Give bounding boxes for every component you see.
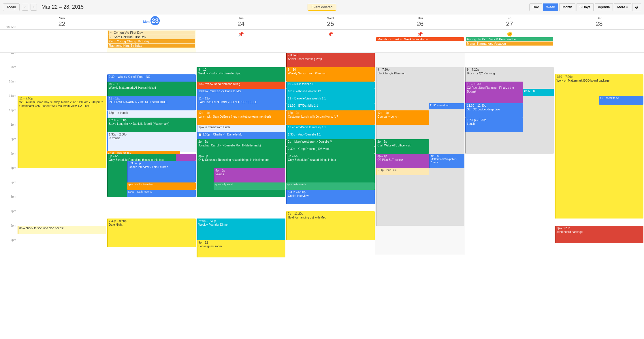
event-eric-levi[interactable]: ← 4p – Eric Levi (376, 168, 429, 175)
event-sam-danielle-11[interactable]: 1p – Sam/Danielle weekly 1:1 (286, 125, 375, 132)
event-8p-check-sun[interactable]: 8p – check to see who else needs! (18, 226, 106, 234)
view-agenda[interactable]: Agenda (595, 3, 613, 11)
nav-controls: Today ‹ › Mar 22 – 28, 2015 (3, 3, 84, 11)
col-fri: 9 – 7:20pBlock for Q2 Planning 10 – 11:3… (465, 53, 555, 255)
time-grid-scroll[interactable]: 8am 9am 10am 11am 12pm 1pm 2pm 3pm 4pm 5… (0, 53, 644, 339)
day-header-tue: Tue 24 (196, 14, 286, 29)
allday-event-raymond[interactable]: Raymond Kim: Birthday (108, 44, 195, 48)
event-senior-team-planning[interactable]: 9 – 10Weekly Senior Team Planning (286, 67, 375, 82)
event-daily-metrics-tue[interactable]: 5p – Daily Metri (214, 182, 285, 190)
allday-event-cymen[interactable]: ← Cymen Vig First Day (108, 31, 195, 35)
time-grid: 8am 9am 10am 11am 12pm 1pm 2pm 3pm 4pm 5… (0, 53, 644, 255)
allday-tue: 📌 (196, 30, 286, 52)
event-greg-dracon[interactable]: 2:30p – Greg Dracon (.406 Ventu (286, 146, 375, 154)
event-hang-meg[interactable]: 7p – 11:20pHold for hanging out with Meg (286, 211, 375, 240)
event-danielle-lisa[interactable]: 11 – Danielle/Lisa Weekly 1:1 (286, 96, 375, 103)
event-date-night[interactable]: 7:30p – 9:30pDate Night (107, 219, 196, 247)
allday-wed: 📌 (286, 30, 376, 52)
view-day[interactable]: Day (529, 3, 542, 11)
day-header-mon: Mon 23 (107, 14, 197, 29)
event-bt-danielle[interactable]: 11:30 – BT/Danielle 1:1 (286, 103, 375, 110)
event-hold-interview[interactable]: 5p – hold for interview (127, 182, 196, 190)
view-week[interactable]: Week (543, 3, 558, 11)
view-more[interactable]: More ▾ (614, 3, 631, 11)
event-company-lunch[interactable]: 12p – 1pCompany Lunch (376, 110, 429, 125)
event-1030-re[interactable]: 10:30 – re (523, 89, 554, 96)
event-values[interactable]: 4p – 5pValues (214, 168, 285, 182)
col-wed: 7:30 – 9Senior Team Meeting Prep 9 – 10W… (286, 53, 376, 255)
allday-sun (17, 30, 107, 52)
event-marc-weisberg[interactable]: 2p – Marc Weisberg <> Danielle M (286, 139, 375, 146)
allday-fri: 🌞 Hyung Jin Kim: Sick & Personal Le Mana… (465, 30, 555, 52)
event-cushwake[interactable]: 2p – 3pCushWake ATL office visit (376, 139, 429, 154)
allday-sat (554, 30, 644, 52)
col-mon: 9:30 – Weekly Kickoff Prep - NO 10 – 11W… (107, 53, 197, 255)
prev-button[interactable]: ‹ (22, 4, 28, 11)
event-send-ret[interactable]: 11:30 – send ret (429, 103, 464, 109)
event-paul-lee[interactable]: 10:30 – Paul Lee <> Danielle Mor (197, 89, 285, 96)
allday-event-keun[interactable]: Keun Young Chang: Birthday (108, 39, 195, 43)
top-bar: Today ‹ › Mar 22 – 28, 2015 Event delete… (0, 0, 644, 14)
event-transit-lunch-tue[interactable]: 1p – in transit from lunch (197, 125, 285, 132)
event-customer-lunch[interactable]: 12p – 1pCustomer Lunch with Jordan Kong,… (286, 110, 375, 125)
event-daily-metrics-wed[interactable]: 5p – Daily Metric (286, 182, 375, 190)
view-switcher: Day Week Month 5 Days Agenda More ▾ ⚙ (529, 3, 641, 11)
allday-row: ← Cymen Vig First Day ← Sam DeBrule Firs… (0, 30, 644, 53)
event-lunch-sam[interactable]: 12p – 1pLunch with Sam DeBrule (new mark… (197, 110, 285, 125)
timezone-label: GMT-08 (0, 14, 17, 29)
event-check-to-se[interactable]: 11 – check to se (599, 96, 643, 105)
notification-area: Event deleted (308, 5, 336, 9)
day-header-row: GMT-08 Sun 22 Mon 23 Tue 24 Wed 25 Thu 2… (0, 14, 644, 30)
allday-event-hyung[interactable]: Hyung Jin Kim: Sick & Personal Le (466, 37, 553, 41)
allday-event-manali-vac[interactable]: Manali Karmarkar: Vacation (466, 42, 553, 46)
allday-event-manali-wfh[interactable]: Manali Karmarkar: Work from Home (376, 37, 464, 41)
event-q2-recruiting[interactable]: 10 – 11:30Q2 Recruiting Planning - Final… (465, 82, 523, 103)
day-header-fri: Fri 27 (465, 14, 555, 29)
allday-thu: 📌 Manali Karmarkar: Work from Home (375, 30, 465, 52)
settings-button[interactable]: ⚙ (632, 3, 641, 11)
date-range: Mar 22 – 28, 2015 (42, 4, 84, 10)
allday-label (0, 30, 17, 52)
day-header-wed: Wed 25 (286, 14, 376, 29)
event-paperwork-mon[interactable]: 11 – 12pPAPERWORK/ADMIN - DO NOT SCHEDUL… (107, 96, 196, 110)
event-jonathan-carroll[interactable]: 2p – 3pJonathan Carroll <> Danielle Morr… (197, 139, 285, 154)
event-send-board-package[interactable]: 8p – 9:20psend board package (555, 226, 643, 243)
event-nick-danielle[interactable]: 10 – Nick/Danielle 1:1 (286, 82, 375, 89)
event-q2-plan-slt[interactable]: 3p – 4pQ2 Plan SLT review (376, 154, 429, 168)
event-onsite-lars[interactable]: 3:30 – 5pOnsite Interview - Lars Loforen (127, 161, 196, 182)
event-steve-loughlin[interactable]: 12:30 – 1:30pSteve Loughlin <> Danielle … (107, 118, 196, 132)
col-sun: 11 – 7:50pW15 Alumni Demo Day Sunday, Ma… (17, 53, 107, 255)
allday-event-sam[interactable]: ← Sam DeBrule First Day (108, 35, 195, 39)
col-sat: 9:30 – 7:20pWork on Mattermark BOD board… (554, 53, 644, 255)
next-button[interactable]: › (31, 4, 37, 11)
event-daily-metrics-mon[interactable]: 5:30p – Daily Metrics (127, 190, 196, 197)
event-w15-demo[interactable]: 11 – 7:50pW15 Alumni Demo Day Sunday, Ma… (18, 96, 106, 168)
event-lunch-fri[interactable]: 12:30p – 1:30pLunch! (465, 118, 523, 132)
time-column: 8am 9am 10am 11am 12pm 1pm 2pm 3pm 4pm 5… (0, 53, 17, 255)
calendar-container: GMT-08 Sun 22 Mon 23 Tue 24 Wed 25 Thu 2… (0, 14, 644, 339)
event-review-dana[interactable]: 10 – review Dana/Natasha hiring (197, 82, 285, 89)
event-kevin-danielle[interactable]: 10:30 – Kevin/Danielle 1:1 (286, 89, 375, 96)
event-mattermark-propeller[interactable]: 3p – 4pMattermark/Pro peller - Check (429, 154, 464, 168)
col-thu: 9 – 7:20pBlock for Q2 Planning 11:30 – s… (375, 53, 465, 255)
day-header-thu: Thu 26 (375, 14, 465, 29)
event-charlie-danielle[interactable]: 📋 1:30p – Charlie <> Danielle Mc (197, 132, 285, 139)
event-andy-danielle[interactable]: 1:30p – Andy/Danielle 1:1 (286, 132, 375, 139)
event-slt-q2-budget[interactable]: 11:30 – 12:30pSLT Q2 Budget deep dive (465, 103, 523, 118)
event-bob-guest[interactable]: 9p – 12Bob in guest room (197, 240, 285, 257)
today-button[interactable]: Today (3, 3, 20, 11)
event-weekly-product[interactable]: 9 – 10Weekly Product <> Danielle Sync (197, 67, 285, 82)
day-header-sat: Sat 28 (554, 14, 644, 29)
event-in-transit-130[interactable]: 1:30p – 2:50pin transit (107, 132, 196, 152)
view-month[interactable]: Month (559, 3, 575, 11)
day-header-sun: Sun 22 (17, 14, 107, 29)
event-paperwork-tue[interactable]: 11 – 12pPAPERWORK/ADMIN - DO NOT SCHEDUL… (197, 96, 285, 110)
col-tue: 9 – 10Weekly Product <> Danielle Sync 10… (196, 53, 286, 255)
event-onsite-interview-wed[interactable]: 5:30p – 6:30pOnsite Interview - (286, 190, 375, 204)
event-deleted-badge: Event deleted (308, 4, 336, 11)
view-5days[interactable]: 5 Days (577, 3, 594, 11)
allday-mon: ← Cymen Vig First Day ← Sam DeBrule Firs… (107, 30, 197, 52)
